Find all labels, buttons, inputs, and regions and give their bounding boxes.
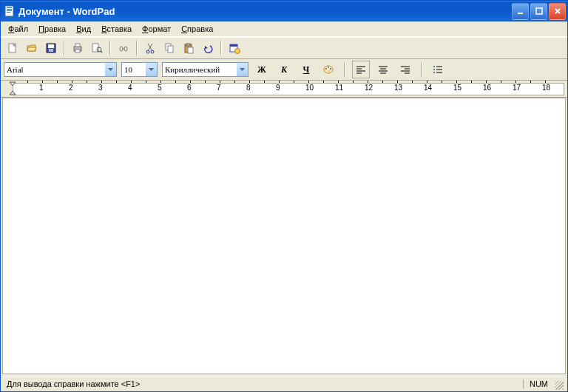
svg-point-32 xyxy=(330,68,331,70)
print-button[interactable] xyxy=(69,39,87,57)
font-size-combo[interactable] xyxy=(121,62,158,77)
resize-grip[interactable] xyxy=(551,377,564,391)
chevron-down-icon[interactable] xyxy=(146,63,157,76)
svg-rect-27 xyxy=(230,44,237,47)
svg-point-33 xyxy=(328,70,330,72)
svg-point-46 xyxy=(433,66,435,67)
font-script-input[interactable] xyxy=(163,63,237,76)
save-button[interactable] xyxy=(42,39,60,57)
svg-rect-5 xyxy=(518,13,523,14)
font-script-combo[interactable] xyxy=(162,62,248,77)
standard-toolbar xyxy=(1,37,567,59)
minimize-button[interactable] xyxy=(512,3,529,20)
chevron-down-icon[interactable] xyxy=(105,63,116,76)
svg-rect-9 xyxy=(48,44,54,48)
cut-button[interactable] xyxy=(141,39,159,57)
svg-point-18 xyxy=(124,47,127,51)
svg-rect-4 xyxy=(7,12,10,13)
svg-point-30 xyxy=(325,68,327,70)
bullets-button[interactable] xyxy=(429,61,447,78)
svg-rect-10 xyxy=(49,49,53,52)
find-button[interactable] xyxy=(115,39,132,57)
format-toolbar: Ж К Ч xyxy=(1,59,567,81)
underline-button[interactable]: Ч xyxy=(297,61,315,78)
bold-button[interactable]: Ж xyxy=(253,61,271,78)
italic-button[interactable]: К xyxy=(275,61,293,78)
menu-edit[interactable]: Правка xyxy=(34,24,70,34)
align-center-button[interactable] xyxy=(374,61,392,78)
svg-point-50 xyxy=(433,72,435,73)
svg-point-48 xyxy=(433,69,435,70)
menu-bar: Файл Правка Вид Вставка Формат Справка xyxy=(1,21,567,37)
svg-point-17 xyxy=(120,47,123,51)
font-family-input[interactable] xyxy=(4,63,105,76)
menu-help[interactable]: Справка xyxy=(177,24,217,34)
svg-rect-22 xyxy=(168,46,173,53)
paste-button[interactable] xyxy=(180,39,197,57)
menu-format[interactable]: Формат xyxy=(138,24,175,34)
align-left-button[interactable] xyxy=(352,61,370,78)
menu-insert[interactable]: Вставка xyxy=(97,24,136,34)
svg-rect-2 xyxy=(7,9,12,10)
maximize-button[interactable] xyxy=(530,3,547,20)
menu-view[interactable]: Вид xyxy=(72,24,95,34)
font-family-combo[interactable] xyxy=(4,62,117,77)
document-editor[interactable] xyxy=(2,98,566,374)
app-icon xyxy=(4,5,16,17)
ruler[interactable]: 123456789101112131415161718 xyxy=(1,81,567,98)
svg-rect-12 xyxy=(75,44,80,47)
svg-rect-13 xyxy=(75,50,80,53)
window-caption-buttons xyxy=(512,3,566,20)
svg-rect-25 xyxy=(188,47,193,53)
chevron-down-icon[interactable] xyxy=(237,63,248,76)
svg-rect-6 xyxy=(536,8,542,14)
font-size-input[interactable] xyxy=(122,63,146,76)
close-button[interactable] xyxy=(549,3,566,20)
copy-button[interactable] xyxy=(160,39,178,57)
svg-rect-3 xyxy=(7,10,12,11)
svg-line-16 xyxy=(101,51,102,53)
open-button[interactable] xyxy=(23,39,41,57)
new-button[interactable] xyxy=(4,39,21,57)
window-title: Документ - WordPad xyxy=(18,6,115,17)
title-bar[interactable]: Документ - WordPad xyxy=(1,1,567,21)
color-button[interactable] xyxy=(320,61,337,78)
svg-point-31 xyxy=(328,67,329,68)
svg-point-28 xyxy=(235,49,240,54)
app-window: Документ - WordPad Файл Правка Вид Встав… xyxy=(0,0,568,392)
svg-rect-1 xyxy=(7,7,12,8)
print-preview-button[interactable] xyxy=(88,39,106,57)
menu-file[interactable]: Файл xyxy=(4,24,33,34)
undo-button[interactable] xyxy=(199,39,217,57)
status-num-indicator: NUM xyxy=(523,379,551,388)
align-right-button[interactable] xyxy=(396,61,414,78)
status-bar: Для вывода справки нажмите <F1> NUM xyxy=(1,376,567,391)
status-help-text: Для вывода справки нажмите <F1> xyxy=(4,379,143,388)
datetime-button[interactable] xyxy=(226,39,243,57)
svg-rect-24 xyxy=(186,44,190,46)
